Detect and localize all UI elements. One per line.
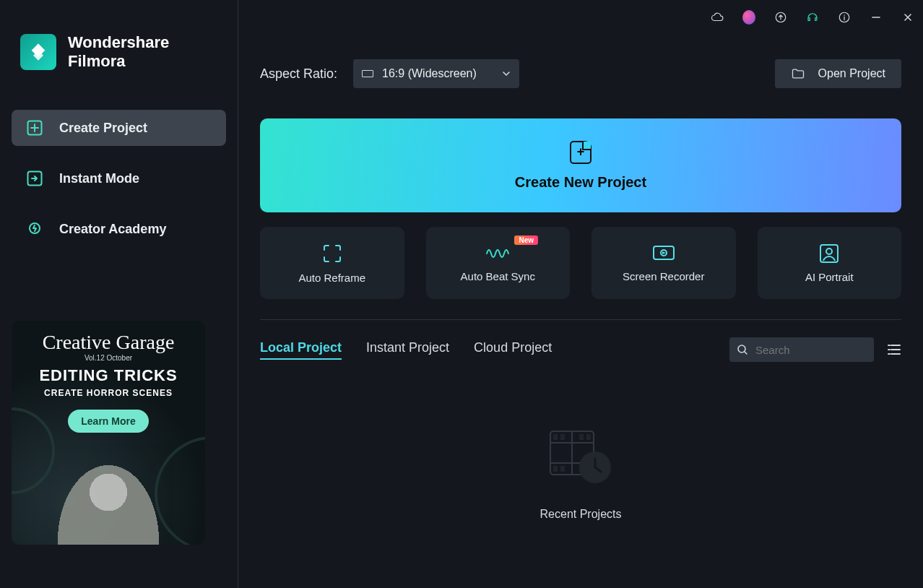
feature-ai-portrait[interactable]: AI Portrait — [758, 227, 902, 299]
info-icon[interactable] — [838, 11, 851, 24]
brand-line1: Wondershare — [68, 33, 169, 52]
support-headset-icon[interactable] — [806, 11, 819, 24]
main-area: Aspect Ratio: 16:9 (Widescreen) Open Pro… — [238, 0, 923, 588]
svg-rect-16 — [560, 434, 565, 440]
new-doc-icon — [570, 141, 592, 164]
titlebar — [238, 4, 923, 30]
close-button[interactable] — [901, 11, 914, 24]
svg-marker-10 — [662, 251, 666, 254]
sidebar-item-create-project[interactable]: Create Project — [12, 110, 226, 146]
waveform-icon — [485, 244, 510, 263]
search-icon — [737, 344, 748, 355]
portrait-icon — [818, 243, 840, 264]
feature-screen-recorder[interactable]: Screen Recorder — [592, 227, 736, 299]
feature-auto-beat-sync[interactable]: New Auto Beat Sync — [426, 227, 571, 299]
cloud-icon[interactable] — [711, 11, 724, 24]
open-project-button[interactable]: Open Project — [775, 59, 901, 88]
feature-auto-reframe[interactable]: Auto Reframe — [260, 227, 404, 299]
aspect-ratio-select[interactable]: 16:9 (Widescreen) — [353, 59, 519, 88]
recent-projects-label: Recent Projects — [540, 508, 622, 521]
feature-label: Auto Reframe — [298, 272, 365, 284]
divider — [260, 319, 901, 320]
sidebar-item-label: Creator Academy — [59, 222, 166, 237]
upload-icon[interactable] — [774, 11, 787, 24]
recorder-icon — [652, 244, 675, 263]
bulb-icon — [26, 220, 43, 238]
ratio-rect-icon — [362, 70, 373, 77]
promo-volume: Vol.12 October — [12, 354, 205, 362]
svg-rect-15 — [553, 434, 558, 440]
arrow-square-icon — [26, 170, 43, 187]
promo-script: Creative Garage — [12, 331, 205, 354]
avatar[interactable] — [742, 11, 755, 24]
svg-rect-19 — [553, 466, 558, 472]
new-badge: New — [514, 235, 538, 245]
list-view-toggle[interactable] — [887, 343, 901, 356]
promo-title: EDITING TRICKS — [12, 366, 205, 385]
app-logo: Wondershare Filmora — [20, 33, 226, 71]
logo-mark-icon — [20, 34, 56, 70]
open-project-label: Open Project — [818, 67, 885, 80]
project-tabs: Local Project Instant Project Cloud Proj… — [260, 340, 552, 360]
promo-cta-button[interactable]: Learn More — [68, 410, 148, 433]
filmstrip-clock-icon — [547, 427, 614, 486]
reframe-icon — [321, 243, 343, 264]
tab-instant-project[interactable]: Instant Project — [366, 340, 449, 360]
promo-figure-image — [43, 444, 173, 545]
create-new-project-button[interactable]: Create New Project — [260, 118, 901, 212]
tab-local-project[interactable]: Local Project — [260, 340, 342, 360]
search-box[interactable] — [729, 337, 874, 362]
promo-card[interactable]: Creative Garage Vol.12 October EDITING T… — [12, 321, 205, 545]
tab-cloud-project[interactable]: Cloud Project — [474, 340, 552, 360]
sidebar-item-creator-academy[interactable]: Creator Academy — [12, 211, 226, 247]
search-input[interactable] — [755, 344, 867, 356]
folder-icon — [791, 66, 805, 81]
feature-label: Auto Beat Sync — [461, 270, 535, 282]
aspect-ratio-label: Aspect Ratio: — [260, 66, 337, 82]
svg-rect-18 — [586, 434, 591, 440]
svg-point-12 — [826, 248, 832, 254]
sidebar-item-instant-mode[interactable]: Instant Mode — [12, 160, 226, 196]
recent-projects-empty: Recent Projects — [260, 427, 901, 521]
sidebar-item-label: Create Project — [59, 121, 147, 136]
brand-line2: Filmora — [68, 52, 169, 71]
feature-label: AI Portrait — [805, 271, 854, 283]
chevron-down-icon — [502, 69, 511, 78]
logo-text: Wondershare Filmora — [68, 33, 169, 71]
sidebar: Wondershare Filmora Create Project Insta… — [0, 0, 238, 588]
svg-point-7 — [844, 14, 845, 16]
plus-square-icon — [26, 119, 43, 137]
sidebar-item-label: Instant Mode — [59, 171, 139, 186]
aspect-ratio-value: 16:9 (Widescreen) — [382, 67, 477, 80]
svg-rect-17 — [579, 434, 584, 440]
promo-subtitle: CREATE HORROR SCENES — [12, 388, 205, 398]
minimize-button[interactable] — [870, 11, 883, 24]
svg-rect-20 — [560, 466, 565, 472]
create-new-label: Create New Project — [515, 174, 646, 191]
feature-label: Screen Recorder — [623, 270, 704, 282]
